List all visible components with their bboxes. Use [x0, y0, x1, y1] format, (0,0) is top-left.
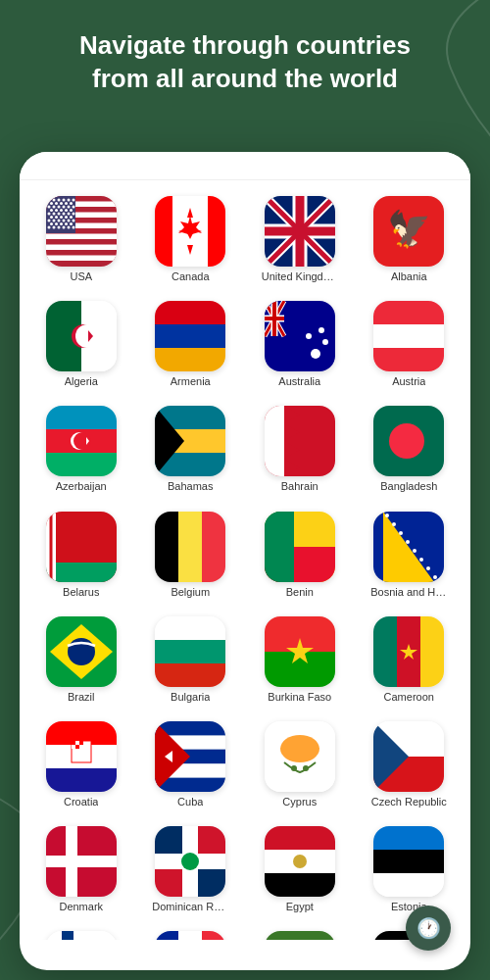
country-item[interactable]: Burkina Faso	[248, 611, 352, 710]
country-item[interactable]: Cuba	[139, 715, 243, 814]
svg-rect-197	[265, 931, 335, 940]
country-item[interactable]: Denmark	[29, 820, 133, 919]
svg-point-136	[426, 566, 430, 570]
flag-burkinafaso	[265, 616, 335, 687]
svg-point-34	[57, 226, 60, 229]
svg-point-39	[55, 202, 58, 205]
flag-egypt	[265, 826, 335, 897]
country-item[interactable]: Dominican Rep...	[139, 820, 243, 919]
svg-rect-176	[46, 856, 117, 867]
svg-rect-190	[373, 873, 444, 897]
country-item[interactable]: Bulgaria	[139, 611, 243, 710]
country-item[interactable]: Estonia	[358, 820, 462, 919]
flag-bahamas	[155, 406, 225, 476]
country-item[interactable]: Armenia	[139, 295, 243, 394]
svg-rect-156	[75, 741, 79, 745]
svg-text:🦅: 🦅	[387, 208, 431, 250]
flag-belgium	[155, 512, 225, 582]
country-item[interactable]: Bosnia and Her...	[358, 506, 462, 605]
country-item[interactable]: Belgium	[139, 506, 243, 605]
svg-point-169	[291, 765, 297, 771]
country-item[interactable]: Cyprus	[248, 715, 352, 814]
svg-rect-147	[373, 616, 397, 687]
country-item[interactable]: USA	[29, 190, 133, 289]
svg-point-18	[67, 206, 70, 209]
country-item[interactable]: United Kingdom	[248, 190, 352, 289]
svg-rect-184	[265, 826, 335, 850]
svg-point-20	[47, 213, 50, 216]
svg-rect-142	[155, 640, 225, 663]
svg-point-45	[60, 209, 63, 212]
country-item[interactable]: Benin	[248, 506, 352, 605]
flag-armenia	[155, 301, 225, 371]
country-item[interactable]: Croatia	[29, 715, 133, 814]
country-item[interactable]: Cameroon	[358, 611, 462, 710]
flag-czech	[373, 721, 444, 792]
country-item[interactable]: Azerbaijan	[29, 400, 133, 499]
svg-point-56	[65, 222, 68, 225]
flag-cyprus	[265, 721, 335, 792]
flag-denmark	[46, 826, 117, 897]
country-item[interactable]: 🦅 Albania	[358, 190, 462, 289]
svg-rect-143	[155, 663, 225, 687]
svg-point-48	[50, 216, 53, 219]
flag-france	[155, 931, 225, 940]
svg-point-187	[293, 855, 307, 868]
svg-rect-158	[72, 745, 75, 749]
svg-rect-6	[46, 256, 117, 262]
flag-brazil	[46, 616, 117, 687]
country-name: Croatia	[64, 796, 98, 808]
svg-point-16	[57, 206, 60, 209]
svg-point-131	[392, 522, 396, 526]
country-item[interactable]: Gambia	[248, 925, 352, 940]
country-name: Belarus	[63, 586, 99, 599]
svg-rect-120	[49, 512, 52, 582]
country-item[interactable]: Bahamas	[139, 400, 243, 499]
country-name: Cameroon	[384, 691, 434, 704]
svg-rect-192	[62, 931, 74, 940]
svg-rect-195	[178, 931, 202, 940]
svg-point-11	[62, 199, 65, 202]
country-name: Cuba	[177, 796, 203, 808]
country-item[interactable]: Belarus	[29, 506, 133, 605]
country-item[interactable]: France	[139, 925, 243, 940]
svg-rect-113	[265, 406, 284, 476]
country-name: Austria	[392, 375, 425, 388]
svg-rect-127	[265, 512, 294, 582]
svg-rect-99	[373, 301, 444, 324]
svg-rect-122	[178, 512, 202, 582]
country-name: USA	[70, 270, 92, 283]
svg-point-27	[52, 220, 55, 222]
svg-point-8	[47, 199, 50, 202]
svg-point-80	[75, 324, 99, 348]
country-item[interactable]: Australia	[248, 295, 352, 394]
country-name: United Kingdom	[262, 270, 338, 283]
country-item[interactable]: Bahrain	[248, 400, 352, 499]
svg-rect-84	[155, 348, 225, 371]
svg-rect-7	[46, 196, 75, 233]
svg-point-10	[57, 199, 60, 202]
svg-rect-101	[373, 348, 444, 371]
svg-point-133	[406, 540, 410, 544]
svg-point-15	[52, 206, 55, 209]
country-item[interactable]: Egypt	[248, 820, 352, 919]
svg-point-96	[322, 339, 328, 345]
flag-bosnia	[373, 512, 444, 582]
flag-croatia	[46, 721, 117, 792]
country-item[interactable]: Finland	[29, 925, 133, 940]
flag-bahrain	[265, 406, 335, 476]
country-item[interactable]: Austria	[358, 295, 462, 394]
svg-point-26	[47, 220, 50, 222]
country-item[interactable]: Bangladesh	[358, 400, 462, 499]
history-fab[interactable]: 🕐	[406, 906, 451, 951]
country-item[interactable]: Algeria	[29, 295, 133, 394]
country-item[interactable]: Czech Republic	[358, 715, 462, 814]
country-name: Australia	[278, 375, 320, 388]
svg-point-43	[50, 209, 53, 212]
flag-australia	[265, 301, 335, 371]
svg-point-132	[399, 531, 403, 535]
country-name: Bosnia and Her...	[370, 586, 447, 599]
country-item[interactable]: Canada	[139, 190, 243, 289]
svg-point-19	[72, 206, 74, 209]
country-item[interactable]: Brazil	[29, 611, 133, 710]
